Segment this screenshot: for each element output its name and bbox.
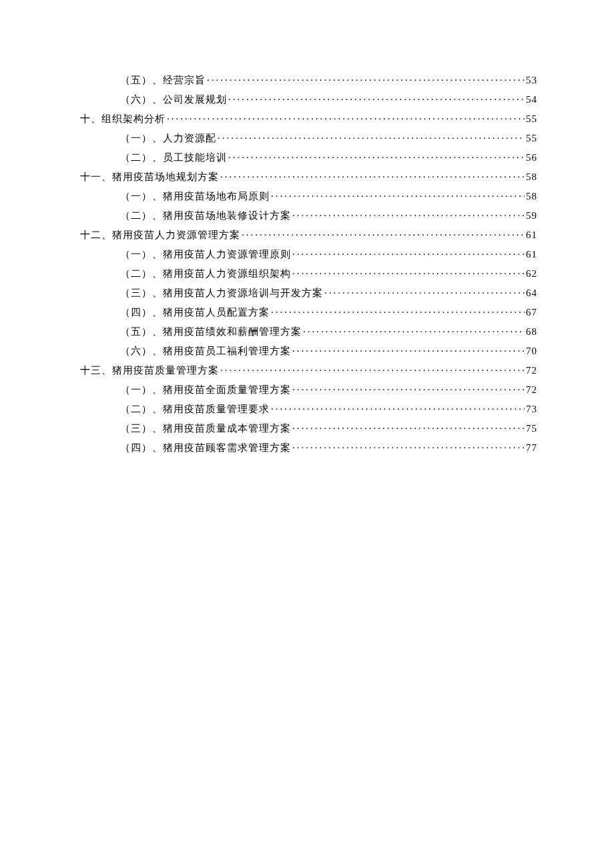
toc-entry-page: 55 — [526, 113, 537, 125]
toc-entry-label: 十三、猪用疫苗质量管理方案 — [80, 364, 219, 377]
toc-entry: （二）、猪用疫苗人力资源组织架构62 — [120, 267, 537, 280]
toc-entry-page: 62 — [526, 268, 537, 280]
toc-entry-label: （二）、猪用疫苗人力资源组织架构 — [120, 268, 291, 280]
toc-entry: （三）、猪用疫苗质量成本管理方案75 — [120, 422, 537, 435]
toc-entry: （四）、猪用疫苗顾客需求管理方案77 — [120, 441, 537, 454]
toc-entry-label: 十一、猪用疫苗场地规划方案 — [80, 171, 219, 183]
toc-entry-label: （一）、猪用疫苗人力资源管理原则 — [120, 248, 291, 261]
toc-leader-dots — [292, 344, 525, 354]
toc-leader-dots — [303, 325, 525, 335]
toc-entry: （二）、员工技能培训56 — [120, 151, 537, 164]
toc-entry-label: （三）、猪用疫苗质量成本管理方案 — [120, 422, 291, 435]
toc-leader-dots — [220, 364, 525, 374]
toc-leader-dots — [271, 189, 525, 199]
toc-entry-label: （五）、猪用疫苗绩效和薪酬管理方案 — [120, 326, 302, 338]
toc-entry: 十一、猪用疫苗场地规划方案58 — [80, 170, 537, 183]
toc-entry-page: 64 — [526, 288, 537, 299]
toc-entry: （二）、猪用疫苗场地装修设计方案59 — [120, 209, 537, 222]
toc-entry-label: 十二、猪用疫苗人力资源管理方案 — [80, 229, 240, 242]
toc-entry: 十、组织架构分析55 — [80, 112, 537, 125]
toc-entry-page: 67 — [526, 307, 537, 318]
table-of-contents: （五）、经营宗旨53（六）、公司发展规划54十、组织架构分析55（一）、人力资源… — [80, 73, 537, 454]
toc-entry: 十二、猪用疫苗人力资源管理方案61 — [80, 228, 537, 242]
toc-leader-dots — [228, 151, 525, 161]
toc-entry: （一）、猪用疫苗场地布局原则58 — [120, 189, 537, 203]
toc-leader-dots — [218, 131, 525, 141]
toc-entry-label: （一）、人力资源配 — [120, 132, 216, 145]
toc-entry-page: 61 — [526, 249, 537, 260]
toc-entry: （一）、人力资源配55 — [120, 131, 537, 145]
toc-leader-dots — [292, 441, 525, 451]
toc-entry-page: 77 — [526, 442, 537, 454]
toc-entry-page: 72 — [526, 384, 537, 396]
toc-leader-dots — [292, 248, 525, 258]
toc-entry-page: 54 — [526, 94, 537, 105]
toc-entry-page: 72 — [526, 365, 537, 376]
toc-entry-page: 68 — [526, 326, 537, 338]
toc-entry: （六）、猪用疫苗员工福利管理方案70 — [120, 344, 537, 358]
toc-entry: （一）、猪用疫苗全面质量管理方案72 — [120, 383, 537, 396]
toc-entry: （四）、猪用疫苗人员配置方案67 — [120, 306, 537, 319]
toc-entry-label: （四）、猪用疫苗顾客需求管理方案 — [120, 442, 291, 454]
toc-entry-label: （六）、公司发展规划 — [120, 93, 227, 106]
toc-entry: （三）、猪用疫苗人力资源培训与开发方案64 — [120, 286, 537, 300]
toc-entry-page: 58 — [526, 171, 537, 183]
toc-leader-dots — [292, 422, 525, 432]
toc-leader-dots — [324, 286, 525, 296]
toc-entry-page: 70 — [526, 346, 537, 357]
toc-entry-page: 73 — [526, 404, 537, 415]
toc-entry: （二）、猪用疫苗质量管理要求73 — [120, 402, 537, 416]
toc-entry-label: （四）、猪用疫苗人员配置方案 — [120, 306, 270, 319]
toc-entry-label: 十、组织架构分析 — [80, 113, 166, 125]
toc-leader-dots — [207, 73, 525, 83]
toc-leader-dots — [242, 228, 525, 238]
toc-entry-label: （一）、猪用疫苗全面质量管理方案 — [120, 384, 291, 396]
toc-leader-dots — [220, 170, 525, 180]
toc-entry-label: （二）、猪用疫苗质量管理要求 — [120, 403, 270, 416]
toc-entry-label: （三）、猪用疫苗人力资源培训与开发方案 — [120, 287, 323, 300]
toc-entry-page: 53 — [526, 75, 537, 86]
toc-entry-page: 59 — [526, 210, 537, 222]
toc-entry: （五）、经营宗旨53 — [120, 73, 537, 87]
toc-leader-dots — [292, 383, 525, 393]
toc-entry-page: 58 — [526, 191, 537, 202]
toc-leader-dots — [292, 209, 525, 219]
toc-leader-dots — [292, 267, 525, 277]
toc-leader-dots — [228, 93, 525, 103]
toc-entry: （六）、公司发展规划54 — [120, 93, 537, 106]
toc-leader-dots — [271, 402, 525, 412]
toc-entry-label: （一）、猪用疫苗场地布局原则 — [120, 190, 270, 203]
toc-entry-page: 55 — [526, 133, 537, 144]
toc-entry: （五）、猪用疫苗绩效和薪酬管理方案68 — [120, 325, 537, 338]
toc-leader-dots — [167, 112, 525, 122]
toc-entry-label: （六）、猪用疫苗员工福利管理方案 — [120, 345, 291, 358]
toc-leader-dots — [271, 306, 525, 316]
toc-entry-label: （二）、员工技能培训 — [120, 151, 227, 164]
toc-entry-page: 61 — [526, 230, 537, 241]
toc-entry-page: 56 — [526, 152, 537, 163]
toc-entry-label: （二）、猪用疫苗场地装修设计方案 — [120, 209, 291, 222]
toc-entry-label: （五）、经营宗旨 — [120, 74, 206, 87]
toc-entry: （一）、猪用疫苗人力资源管理原则61 — [120, 248, 537, 261]
toc-entry: 十三、猪用疫苗质量管理方案72 — [80, 364, 537, 377]
toc-entry-page: 75 — [526, 423, 537, 434]
